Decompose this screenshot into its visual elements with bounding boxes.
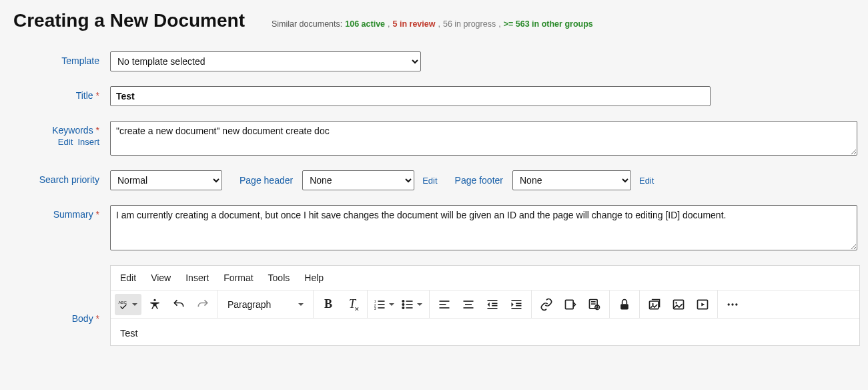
svg-point-1: [153, 299, 155, 301]
svg-point-37: [652, 303, 654, 305]
accessibility-button[interactable]: [144, 294, 165, 315]
svg-point-8: [402, 300, 404, 302]
more-icon: [726, 298, 739, 311]
keywords-textarea[interactable]: "create a new document" new document cre…: [110, 121, 857, 156]
menu-format[interactable]: Format: [224, 272, 253, 283]
keywords-label: Keywords: [52, 125, 93, 136]
menu-help[interactable]: Help: [304, 272, 324, 283]
undo-icon: [172, 298, 185, 311]
similar-label: Similar documents:: [272, 19, 342, 29]
template-select[interactable]: No template selected: [110, 51, 421, 71]
link-icon: [540, 298, 553, 311]
required-marker: *: [96, 313, 99, 324]
chevron-down-icon: [417, 303, 422, 306]
active-count: 106 active: [345, 19, 385, 29]
undo-button[interactable]: [168, 294, 189, 315]
rich-text-editor: Edit View Insert Format Tools Help ABC: [110, 265, 860, 346]
block-style-label: Paragraph: [228, 299, 271, 310]
spellcheck-button[interactable]: ABC: [115, 294, 141, 315]
page-footer-select[interactable]: None: [512, 170, 631, 190]
summary-textarea[interactable]: I am currently creating a document, but …: [110, 205, 857, 250]
svg-text:ABC: ABC: [119, 300, 127, 304]
template-icon: [588, 298, 601, 311]
numbered-list-button[interactable]: 1 2 3: [372, 294, 397, 315]
page-title: Creating a New Document: [13, 10, 245, 31]
menu-edit[interactable]: Edit: [120, 272, 136, 283]
page-header-edit-link[interactable]: Edit: [422, 176, 437, 186]
numbered-list-icon: 1 2 3: [373, 298, 386, 311]
summary-label: Summary: [53, 209, 93, 220]
indent-button[interactable]: [506, 294, 527, 315]
page-header-select[interactable]: None: [302, 170, 414, 190]
chevron-down-icon: [132, 303, 137, 306]
page-footer-label: Page footer: [455, 175, 503, 186]
redo-icon: [196, 298, 209, 311]
in-progress-count: 56 in progress: [443, 19, 496, 29]
chevron-down-icon: [389, 303, 394, 306]
bullet-list-button[interactable]: [400, 294, 425, 315]
clear-formatting-button[interactable]: T✕: [342, 294, 363, 315]
lock-icon: [618, 298, 631, 311]
keywords-edit-link[interactable]: Edit: [58, 137, 73, 147]
link-button[interactable]: [536, 294, 557, 315]
outdent-icon: [486, 298, 499, 311]
template-label: Template: [61, 55, 99, 66]
menu-tools[interactable]: Tools: [268, 272, 290, 283]
svg-rect-28: [566, 300, 574, 309]
svg-point-44: [735, 303, 737, 305]
more-button[interactable]: [722, 294, 743, 315]
bold-icon: B: [324, 297, 332, 311]
indent-icon: [510, 298, 523, 311]
image-icon: [672, 298, 685, 311]
outdent-button[interactable]: [482, 294, 503, 315]
template-insert-button[interactable]: [584, 294, 605, 315]
svg-point-10: [402, 307, 404, 309]
align-center-icon: [462, 298, 475, 311]
bold-button[interactable]: B: [318, 294, 339, 315]
svg-rect-35: [620, 304, 628, 309]
bullet-list-icon: [401, 298, 414, 311]
redo-button[interactable]: [192, 294, 213, 315]
menu-view[interactable]: View: [151, 272, 171, 283]
code-sample-icon: [564, 298, 577, 311]
align-left-icon: [438, 298, 451, 311]
code-sample-button[interactable]: [560, 294, 581, 315]
body-label: Body: [72, 313, 93, 324]
accessibility-icon: [148, 298, 161, 311]
search-priority-select[interactable]: Normal: [110, 170, 222, 190]
svg-marker-41: [701, 303, 705, 306]
search-priority-label: Search priority: [39, 174, 99, 185]
title-label: Title: [76, 90, 93, 101]
svg-point-39: [675, 302, 677, 304]
image-gallery-button[interactable]: [644, 294, 665, 315]
spellcheck-icon: ABC: [117, 299, 129, 311]
required-marker: *: [96, 125, 99, 136]
clear-formatting-icon: T✕: [349, 297, 356, 311]
keywords-insert-link[interactable]: Insert: [77, 137, 99, 147]
svg-text:3: 3: [374, 307, 376, 311]
chevron-down-icon: [298, 303, 304, 306]
media-button[interactable]: [692, 294, 713, 315]
page-footer-edit-link[interactable]: Edit: [639, 176, 654, 186]
similar-documents-summary: Similar documents: 106 active, 5 in revi…: [272, 19, 593, 29]
editor-body[interactable]: Test: [111, 319, 859, 345]
image-button[interactable]: [668, 294, 689, 315]
editor-toolbar: ABC: [111, 290, 859, 319]
other-groups-count: >= 563 in other groups: [504, 19, 593, 29]
page-header-label: Page header: [240, 175, 293, 186]
in-review-count: 5 in review: [393, 19, 436, 29]
menu-insert[interactable]: Insert: [185, 272, 209, 283]
svg-point-43: [731, 303, 733, 305]
lock-button[interactable]: [614, 294, 635, 315]
required-marker: *: [96, 209, 99, 220]
required-marker: *: [96, 90, 99, 101]
align-center-button[interactable]: [458, 294, 479, 315]
svg-point-9: [402, 303, 404, 305]
image-gallery-icon: [648, 298, 661, 311]
align-left-button[interactable]: [434, 294, 455, 315]
svg-point-42: [728, 303, 730, 305]
media-icon: [696, 298, 709, 311]
editor-menubar: Edit View Insert Format Tools Help: [111, 266, 859, 290]
block-style-select[interactable]: Paragraph: [222, 294, 309, 315]
title-input[interactable]: [110, 86, 711, 106]
